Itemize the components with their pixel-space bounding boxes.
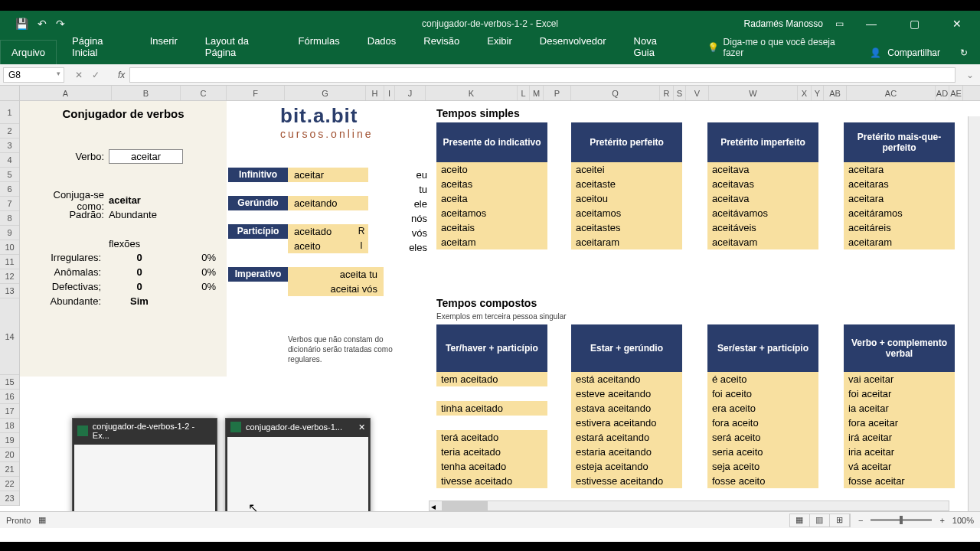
confirm-icon[interactable]: ✓ [92,70,100,80]
tense-form: esteja aceitando [571,459,682,474]
row-header[interactable]: 21 [0,462,19,477]
col-header[interactable]: M [530,86,544,100]
account-icon[interactable]: ▭ [835,18,844,29]
tense-form: aceitaram [571,235,682,249]
col-header[interactable]: H [366,86,384,100]
col-header[interactable]: R [660,86,674,100]
row-header[interactable]: 1 [0,101,19,124]
col-header[interactable]: G [285,86,366,100]
row-header[interactable]: 16 [0,390,19,404]
padrao-value: Abundante [109,209,157,220]
col-header[interactable]: V [686,86,709,100]
row-header[interactable]: 11 [0,255,19,269]
namebox[interactable]: G8 [3,67,64,83]
col-header[interactable]: X [798,86,812,100]
row-header[interactable]: 3 [0,139,19,153]
col-header[interactable]: S [674,86,686,100]
minimize-button[interactable]: — [856,18,887,30]
view-buttons[interactable]: ▦ ▥ ⊞ [789,514,851,527]
tense-form: é aceito [707,372,818,386]
row-header[interactable]: 12 [0,269,19,284]
row-header[interactable]: 2 [0,124,19,139]
save-icon[interactable]: 💾 [15,18,28,30]
row-header[interactable]: 17 [0,404,19,419]
stat-row: Abundante:Sim [20,295,227,309]
formula-bar: G8 ✕ ✓ fx ⌄ [0,64,980,86]
taskbar-thumbnail[interactable]: conjugador-de-verbos-1...✕ [225,418,371,517]
zoom-slider[interactable] [871,519,932,521]
verbo-input[interactable]: aceitar [109,149,183,164]
panel-title: Conjugador de verbos [20,101,227,139]
tellme[interactable]: 💡 Diga-me o que você deseja fazer [701,31,858,64]
row-header[interactable]: 19 [0,433,19,448]
taskbar-thumbnail[interactable]: conjugador-de-verbos-1-2 - Ex... [72,418,217,517]
row-header[interactable]: 8 [0,211,19,226]
statusbar: Pronto ▦ ▦ ▥ ⊞ − + 100% [0,511,980,528]
vertical-scrollbar[interactable] [968,116,980,528]
col-header[interactable]: B [112,86,181,100]
row-header[interactable]: 6 [0,182,19,197]
col-header[interactable]: P [544,86,571,100]
tense-form: aceitei [571,162,682,177]
redo-icon[interactable]: ↷ [56,18,65,30]
row-header[interactable]: 23 [0,491,19,506]
row-header[interactable]: 7 [0,197,19,211]
maximize-button[interactable]: ▢ [899,18,929,30]
tense-form: foi aceitar [844,386,955,401]
close-button[interactable]: ✕ [942,18,972,30]
tense-form: irá aceitar [844,430,955,445]
row-header[interactable]: 20 [0,448,19,462]
row-header[interactable]: 15 [0,375,19,390]
col-header[interactable]: J [395,86,426,100]
col-header[interactable]: L [518,86,530,100]
col-header[interactable]: W [709,86,798,100]
col-header[interactable]: AD [936,86,949,100]
close-icon[interactable]: ✕ [358,422,365,432]
stat-row: Irregulares:00% [20,251,227,266]
spreadsheet-grid[interactable]: 1234567891011121314151617181920212223 Co… [0,101,980,528]
col-header[interactable]: A [20,86,112,100]
tense-form: tivesse aceitado [436,474,547,488]
row-header[interactable]: 22 [0,477,19,491]
row-header[interactable]: 13 [0,284,19,298]
tense-form: terá aceitado [436,430,547,445]
bulb-icon: 💡 [707,42,719,53]
tense-form [436,416,547,430]
expand-formula-icon[interactable]: ⌄ [960,70,980,80]
col-header[interactable]: F [227,86,285,100]
col-header[interactable]: C [181,86,227,100]
history-icon[interactable]: ↻ [960,47,968,58]
col-header[interactable]: Q [571,86,660,100]
formula-input[interactable] [129,67,956,83]
zoom-out-icon[interactable]: − [858,516,863,525]
fx-icon[interactable]: fx [118,70,125,80]
tense-form: aceitara [844,191,955,206]
zoom-level[interactable]: 100% [952,516,974,525]
col-header[interactable]: AC [847,86,936,100]
horizontal-scrollbar[interactable]: ◂ ▸ [429,500,949,511]
file-tab[interactable]: Arquivo [0,40,57,64]
macro-icon[interactable]: ▦ [38,515,46,525]
col-header[interactable]: AE [949,86,963,100]
col-header[interactable]: K [426,86,518,100]
tense-form: aceitavas [707,177,818,191]
cancel-icon[interactable]: ✕ [75,70,83,80]
row-header[interactable]: 5 [0,168,19,182]
row-header[interactable]: 4 [0,153,19,168]
col-header[interactable]: AB [824,86,847,100]
zoom-in-icon[interactable]: + [939,516,944,525]
row-header[interactable]: 9 [0,226,19,240]
row-header[interactable]: 18 [0,419,19,433]
tense-form: aceitastes [571,220,682,235]
undo-icon[interactable]: ↶ [38,18,47,30]
flexoes-header: flexões [24,238,222,249]
col-header[interactable]: Y [812,86,824,100]
left-panel: Conjugador de verbos Verbo: aceitar Conj… [20,101,227,377]
share-button[interactable]: Compartilhar [887,47,940,58]
gerundio-row: Gerúndio aceitando [228,196,368,210]
row-header[interactable]: 10 [0,240,19,255]
col-header[interactable]: I [384,86,395,100]
row-header[interactable]: 14 [0,298,19,375]
tense-card: Pretérito imperfeitoaceitavaaceitavasace… [707,122,818,249]
column-headers[interactable]: ABCFGHIJKLMPQRSVWXYABACADAE [0,86,980,101]
